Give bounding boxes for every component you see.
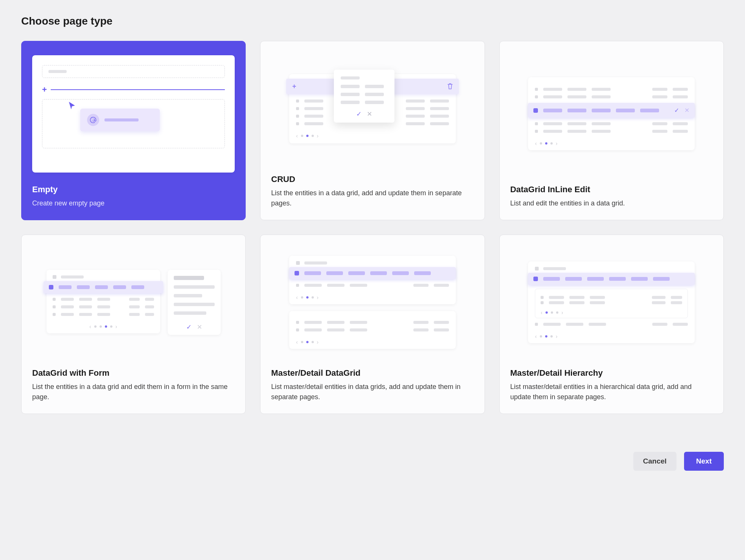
pager: ‹›	[535, 137, 688, 146]
plus-icon: +	[292, 82, 296, 90]
card-description: List master/detail entities in data grid…	[271, 382, 474, 402]
check-icon: ✓	[186, 323, 192, 331]
card-title: Master/Detail DataGrid	[271, 368, 474, 378]
card-description: List and edit the entities in a data gri…	[510, 198, 713, 208]
card-hierarchy-illustration: ‹› ‹›	[510, 246, 713, 359]
card-datagrid-form[interactable]: ‹› ✓✕ DataGrid with Form List the entiti…	[21, 235, 246, 414]
pager: ‹›	[296, 291, 449, 300]
close-icon: ✕	[684, 107, 689, 114]
card-empty[interactable]: + E	[21, 41, 246, 220]
card-crud[interactable]: + ‹›	[260, 41, 485, 220]
card-title: CRUD	[271, 174, 474, 184]
next-button[interactable]: Next	[684, 452, 724, 471]
card-title: Empty	[32, 185, 235, 194]
pager: ‹›	[535, 330, 688, 339]
page-type-dialog: Choose page type +	[0, 0, 745, 487]
edit-popup: ✓✕	[334, 70, 394, 123]
page-type-grid: + E	[21, 41, 724, 414]
close-icon: ✕	[197, 323, 202, 331]
card-description: Create new empty page	[32, 198, 235, 208]
dialog-footer: Cancel Next	[21, 452, 724, 471]
check-icon: ✓	[356, 110, 362, 118]
cursor-icon	[67, 101, 76, 110]
card-empty-illustration: +	[32, 52, 235, 176]
page-title: Choose page type	[21, 15, 724, 27]
check-icon: ✓	[674, 107, 679, 114]
card-title: Master/Detail Hierarchy	[510, 368, 713, 378]
cancel-button[interactable]: Cancel	[633, 452, 676, 471]
card-crud-illustration: + ‹›	[271, 52, 474, 165]
card-title: DataGrid with Form	[32, 368, 235, 378]
card-description: List master/detail entities in a hierarc…	[510, 382, 713, 402]
pager: ‹›	[541, 306, 682, 316]
card-inline-edit[interactable]: ✓ ✕ ‹› DataGrid InLine Edit List and edi…	[499, 41, 724, 220]
card-title: DataGrid InLine Edit	[510, 185, 713, 194]
pager: ‹›	[296, 130, 449, 139]
pager: ‹›	[53, 320, 154, 330]
card-master-detail-hierarchy[interactable]: ‹› ‹› Master/Detail Hierarchy List maste…	[499, 235, 724, 414]
close-icon: ✕	[367, 110, 372, 118]
card-md-illustration: ‹› ‹›	[271, 246, 474, 359]
card-dgform-illustration: ‹› ✓✕	[32, 246, 235, 359]
card-master-detail-datagrid[interactable]: ‹› ‹› Master/Detail DataGrid List master…	[260, 235, 485, 414]
card-inline-illustration: ✓ ✕ ‹›	[510, 52, 713, 176]
at-icon	[87, 114, 99, 126]
card-description: List the entities in a data grid, add an…	[271, 188, 474, 208]
pager: ‹›	[296, 336, 449, 345]
trash-icon	[447, 83, 453, 89]
card-description: List the entities in a data grid and edi…	[32, 382, 235, 402]
plus-icon: +	[42, 85, 47, 95]
